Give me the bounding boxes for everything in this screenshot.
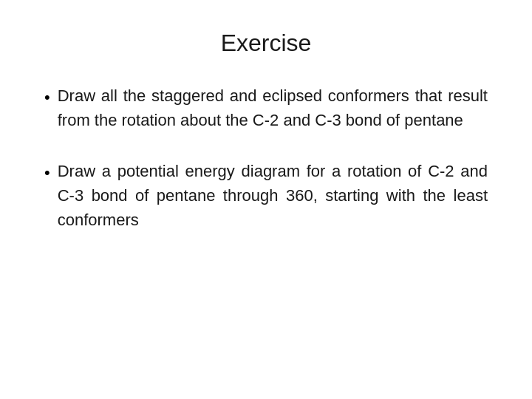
bullet-dot-1: • (44, 85, 50, 109)
bullet-item-1: • Draw all the staggered and eclipsed co… (44, 83, 488, 132)
bullet-text-1: Draw all the staggered and eclipsed conf… (58, 83, 488, 132)
bullet-text-2: Draw a potential energy diagram for a ro… (58, 159, 488, 232)
content-area: • Draw all the staggered and eclipsed co… (44, 83, 488, 259)
bullet-dot-2: • (44, 160, 50, 185)
bullet-item-2: • Draw a potential energy diagram for a … (44, 159, 488, 232)
page-title: Exercise (221, 30, 312, 57)
